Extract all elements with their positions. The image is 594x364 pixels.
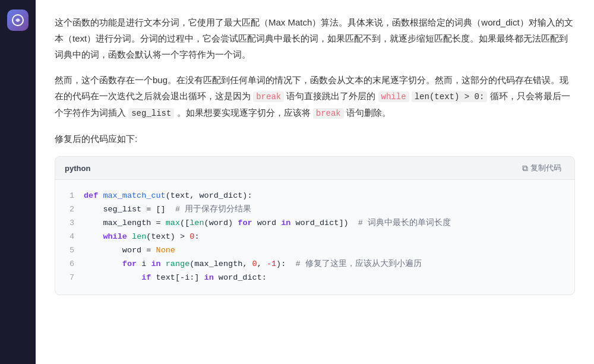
table-row: 6 for i in range(max_length, 0, -1): # 修…	[65, 258, 565, 271]
code-token: word =	[84, 246, 156, 255]
table-row: 5 word = None	[65, 244, 565, 258]
line-number: 2	[65, 203, 74, 217]
code-token: None	[156, 246, 175, 255]
paragraph-1: 这个函数的功能是进行文本分词，它使用了最大匹配（Max Match）算法。具体来…	[55, 14, 575, 62]
code-token: len	[132, 232, 146, 241]
code-token: i	[137, 259, 151, 268]
paragraph-3: 修复后的代码应如下:	[55, 131, 575, 147]
code-token: (word)	[204, 219, 238, 227]
seg-list-ref: seg_list	[128, 108, 174, 119]
code-token: ,	[257, 259, 267, 268]
line-number: 1	[65, 189, 74, 203]
paragraph-2: 然而，这个函数存在一个bug。在没有匹配到任何单词的情况下，函数会从文本的末尾逐…	[55, 72, 575, 121]
code-token: # 用于保存切分结果	[175, 205, 251, 214]
code-token: in	[281, 219, 290, 227]
line-number: 4	[65, 230, 74, 244]
table-row: 7 if text[-i:] in word_dict:	[65, 271, 565, 285]
table-row: 1def max_match_cut(text, word_dict):	[65, 189, 565, 203]
code-token: (max_length,	[189, 259, 252, 268]
code-token: max_length =	[84, 219, 166, 227]
copy-icon: ⧉	[522, 163, 528, 173]
code-token: :	[194, 232, 199, 241]
code-token: text[-i:]	[151, 273, 204, 282]
line-code: word = None	[84, 244, 175, 258]
table-row: 2 seg_list = [] # 用于保存切分结果	[65, 203, 565, 217]
code-token: # 词典中最长的单词长度	[358, 219, 451, 227]
para1-text: 这个函数的功能是进行文本分词，它使用了最大匹配（Max Match）算法。具体来…	[55, 17, 573, 59]
code-token: while	[103, 232, 127, 241]
code-token: max	[166, 219, 180, 227]
app-container: 这个函数的功能是进行文本分词，它使用了最大匹配（Max Match）算法。具体来…	[0, 0, 594, 364]
table-row: 3 max_length = max([len(word) for word i…	[65, 217, 565, 230]
keyword-break-2: break	[313, 108, 344, 119]
while-condition: len(text) > 0:	[412, 91, 488, 102]
sidebar-logo[interactable]	[7, 10, 29, 31]
line-code: while len(text) > 0:	[84, 230, 199, 244]
line-code: seg_list = [] # 用于保存切分结果	[84, 203, 251, 217]
line-number: 5	[65, 244, 74, 258]
line-code: def max_match_cut(text, word_dict):	[84, 189, 252, 203]
keyword-break-1: break	[253, 91, 284, 102]
copy-label: 复制代码	[530, 163, 561, 173]
code-token: ([	[180, 219, 189, 227]
code-token: range	[166, 259, 190, 268]
para2-end: 。如果想要实现逐字切分，应该将	[177, 107, 311, 118]
code-token: word_dict])	[290, 219, 358, 227]
para2-final: 语句删除。	[346, 107, 391, 118]
code-token: (text, word_dict):	[166, 191, 252, 200]
code-token: if	[141, 273, 151, 282]
code-token: len	[189, 219, 204, 227]
code-token: def	[84, 191, 103, 200]
code-block: python ⧉ 复制代码 1def max_match_cut(text, w…	[55, 156, 575, 295]
code-lang-label: python	[65, 164, 90, 173]
para2-mid: 语句直接跳出了外层的	[286, 91, 375, 101]
line-number: 7	[65, 271, 74, 285]
code-token: # 修复了这里，应该从大到小遍历	[296, 259, 422, 268]
code-token: word	[252, 219, 282, 227]
code-token: in	[151, 259, 160, 268]
sidebar	[0, 0, 36, 364]
code-token: for	[122, 259, 137, 268]
keyword-while: while	[378, 91, 409, 102]
code-token: (text) >	[146, 232, 189, 241]
code-token: for	[238, 219, 252, 227]
code-token	[84, 273, 141, 282]
line-number: 6	[65, 258, 74, 271]
table-row: 4 while len(text) > 0:	[65, 230, 565, 244]
code-body: 1def max_match_cut(text, word_dict):2 se…	[55, 180, 574, 295]
code-token: ):	[276, 259, 295, 268]
code-token: in	[204, 273, 214, 282]
code-token: -1	[267, 259, 276, 268]
code-token: 0	[252, 259, 257, 268]
main-content: 这个函数的功能是进行文本分词，它使用了最大匹配（Max Match）算法。具体来…	[36, 0, 594, 364]
code-token	[84, 232, 103, 241]
code-token	[127, 232, 132, 241]
line-code: for i in range(max_length, 0, -1): # 修复了…	[84, 258, 422, 271]
code-token	[161, 259, 166, 268]
code-token	[84, 259, 122, 268]
code-header: python ⧉ 复制代码	[55, 157, 574, 180]
para3-text: 修复后的代码应如下:	[55, 134, 137, 144]
code-token: word_dict:	[214, 273, 267, 282]
line-number: 3	[65, 217, 74, 230]
line-code: if text[-i:] in word_dict:	[84, 271, 267, 285]
copy-code-button[interactable]: ⧉ 复制代码	[519, 162, 565, 175]
code-token: seg_list = []	[84, 205, 175, 214]
code-token: max_match_cut	[103, 191, 165, 200]
line-code: max_length = max([len(word) for word in …	[84, 217, 451, 230]
